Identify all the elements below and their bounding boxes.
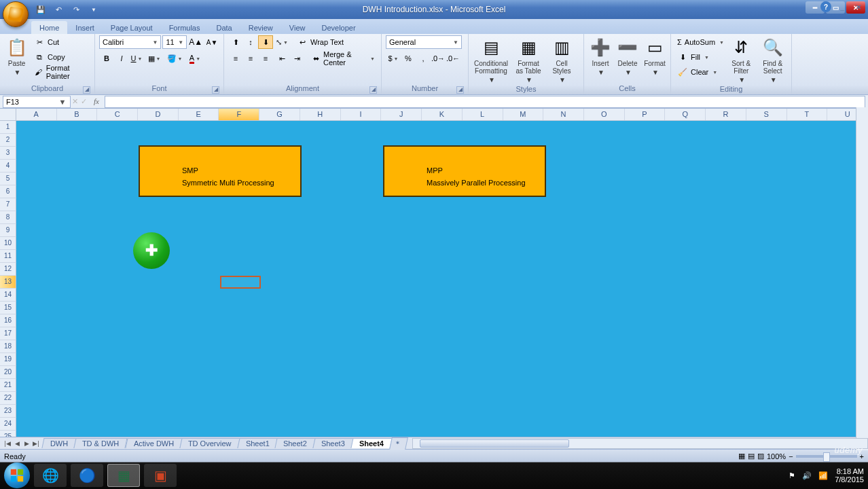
row-header-20[interactable]: 20 (0, 366, 16, 379)
column-header-T[interactable]: T (787, 109, 828, 120)
find-select-button[interactable]: 🔍Find & Select▼ (759, 35, 788, 85)
font-name-combo[interactable]: Calibri▼ (99, 35, 161, 49)
column-header-C[interactable]: C (97, 109, 138, 120)
tab-page-layout[interactable]: Page Layout (103, 21, 161, 34)
help-icon[interactable]: ? (820, 1, 831, 12)
row-header-18[interactable]: 18 (0, 340, 16, 353)
sheet-tab-sheet4[interactable]: Sheet4 (351, 438, 393, 448)
merge-center-button[interactable]: ⬌Merge & Center▼ (310, 52, 377, 65)
orientation-icon[interactable]: ⤡▼ (274, 35, 289, 49)
format-as-table-button[interactable]: ▦Format as Table▼ (512, 35, 545, 85)
new-sheet-button[interactable]: ＊ (389, 437, 408, 450)
select-all-corner[interactable] (0, 109, 16, 120)
cut-button[interactable]: ✂Cut (32, 35, 90, 49)
qat-undo-icon[interactable]: ↶ (52, 3, 65, 16)
horizontal-scrollbar[interactable] (412, 438, 868, 449)
row-header-5[interactable]: 5 (0, 173, 16, 185)
tab-home[interactable]: Home (31, 21, 67, 34)
align-middle-icon[interactable]: ↕ (243, 35, 258, 49)
sheet-tab-td-overview[interactable]: TD Overview (179, 438, 240, 448)
row-header-16[interactable]: 16 (0, 314, 16, 327)
taskbar-ie-icon[interactable]: 🌐 (34, 464, 67, 487)
taskbar-powerpoint-icon[interactable]: ▣ (144, 464, 177, 487)
row-header-24[interactable]: 24 (0, 418, 16, 431)
tab-nav-last-icon[interactable]: ▶| (31, 439, 41, 448)
column-header-M[interactable]: M (503, 109, 544, 120)
view-page-layout-icon[interactable]: ▤ (748, 452, 755, 460)
tab-nav-first-icon[interactable]: |◀ (3, 439, 12, 448)
fx-icon[interactable]: fx (94, 97, 99, 106)
shape-smp[interactable]: SMP Symmetric Multi Processing (139, 145, 302, 197)
row-header-14[interactable]: 14 (0, 289, 16, 302)
increase-indent-icon[interactable]: ⇥ (289, 52, 304, 65)
column-header-K[interactable]: K (422, 109, 463, 120)
row-header-25[interactable]: 25 (0, 431, 16, 437)
tab-data[interactable]: Data (208, 21, 240, 34)
column-header-P[interactable]: P (625, 109, 666, 120)
view-page-break-icon[interactable]: ▨ (757, 452, 764, 460)
column-header-N[interactable]: N (543, 109, 584, 120)
clipboard-launcher-icon[interactable]: ◢ (83, 86, 90, 94)
row-header-21[interactable]: 21 (0, 379, 16, 392)
row-header-8[interactable]: 8 (0, 211, 16, 224)
copy-button[interactable]: ⧉Copy (32, 50, 90, 64)
column-header-R[interactable]: R (706, 109, 746, 120)
autosum-button[interactable]: ΣAutoSum▼ (675, 35, 724, 49)
number-launcher-icon[interactable]: ◢ (456, 86, 464, 94)
border-button[interactable]: ▦▼ (144, 52, 164, 65)
wrap-text-button[interactable]: ↩Wrap Text (295, 35, 346, 49)
column-header-A[interactable]: A (16, 109, 57, 120)
tab-formulas[interactable]: Formulas (161, 21, 209, 34)
decrease-indent-icon[interactable]: ⇤ (274, 52, 289, 65)
column-header-B[interactable]: B (57, 109, 98, 120)
tab-view[interactable]: View (281, 21, 314, 34)
font-color-button[interactable]: A▼ (185, 52, 205, 65)
qat-customize-icon[interactable]: ▼ (87, 3, 101, 16)
fill-color-button[interactable]: 🪣▼ (164, 52, 185, 65)
view-normal-icon[interactable]: ▦ (738, 452, 745, 460)
increase-decimal-icon[interactable]: .0→ (431, 52, 446, 65)
tab-nav-prev-icon[interactable]: ◀ (12, 439, 22, 448)
column-header-L[interactable]: L (463, 109, 503, 120)
row-header-6[interactable]: 6 (0, 185, 16, 198)
align-right-icon[interactable]: ≡ (258, 52, 273, 65)
sheet-tab-dwh[interactable]: DWH (41, 438, 76, 448)
cell-styles-button[interactable]: ▥Cell Styles▼ (547, 35, 576, 85)
column-header-D[interactable]: D (138, 109, 179, 120)
formula-bar-input[interactable] (105, 96, 865, 108)
fill-button[interactable]: ⬇Fill▼ (675, 50, 724, 64)
column-header-J[interactable]: J (381, 109, 422, 120)
alignment-launcher-icon[interactable]: ◢ (369, 86, 377, 94)
align-bottom-icon[interactable]: ⬇ (258, 35, 273, 49)
start-button[interactable] (4, 463, 30, 488)
row-header-3[interactable]: 3 (0, 147, 16, 160)
accounting-format-icon[interactable]: $▼ (386, 52, 401, 65)
conditional-formatting-button[interactable]: ▤Conditional Formatting▼ (473, 35, 509, 85)
sheet-tab-td-dwh[interactable]: TD & DWH (74, 438, 128, 448)
row-header-1[interactable]: 1 (0, 121, 16, 134)
row-header-10[interactable]: 10 (0, 237, 16, 250)
taskbar-excel-icon[interactable]: ▦ (107, 464, 140, 487)
tray-flag-icon[interactable]: ⚑ (789, 471, 795, 480)
tab-review[interactable]: Review (240, 21, 281, 34)
row-header-23[interactable]: 23 (0, 405, 16, 418)
format-painter-button[interactable]: 🖌Format Painter (32, 65, 90, 79)
decrease-decimal-icon[interactable]: .0← (446, 52, 460, 65)
column-header-S[interactable]: S (746, 109, 787, 120)
italic-button[interactable]: I (114, 52, 129, 65)
tray-network-icon[interactable]: 📶 (818, 471, 828, 480)
comma-format-icon[interactable]: , (416, 52, 431, 65)
align-left-icon[interactable]: ≡ (228, 52, 243, 65)
number-format-combo[interactable]: General▼ (386, 35, 462, 49)
office-button[interactable] (3, 1, 29, 27)
sheet-tab-sheet3[interactable]: Sheet3 (313, 438, 354, 448)
grow-font-icon[interactable]: A▲ (188, 35, 203, 49)
paste-button[interactable]: 📋 Paste▼ (4, 35, 29, 77)
name-box[interactable]: F13▼ (3, 96, 71, 108)
column-header-Q[interactable]: Q (665, 109, 706, 120)
row-header-19[interactable]: 19 (0, 353, 16, 366)
font-launcher-icon[interactable]: ◢ (212, 86, 219, 94)
underline-button[interactable]: U▼ (129, 52, 144, 65)
sheet-tab-sheet2[interactable]: Sheet2 (275, 438, 316, 448)
zoom-slider[interactable] (796, 455, 857, 458)
